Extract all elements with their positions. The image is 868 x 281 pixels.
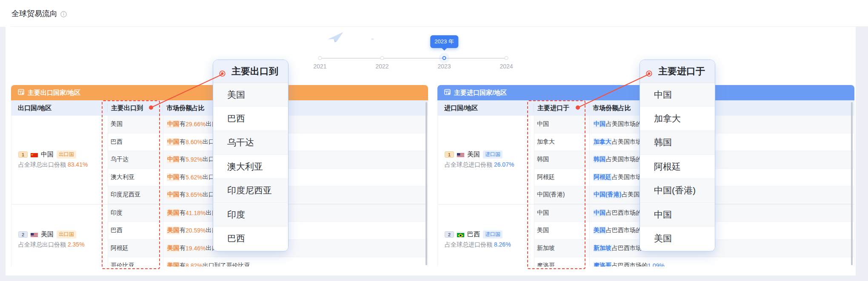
share-cell: 中国有 29.66% 出口到了美国 — [163, 116, 428, 133]
country-role-tag: 出口国 — [57, 150, 76, 159]
share-cell: 美国有 41.18% 出口到了印度 — [163, 204, 428, 222]
country-role-tag: 进口国 — [483, 150, 503, 159]
country-name: 美国 — [467, 150, 480, 159]
rank-badge: 1 — [18, 151, 28, 158]
share-percent: 20.59% — [186, 227, 206, 234]
popup-list-item: 美国 — [640, 227, 715, 250]
info-icon[interactable] — [60, 11, 67, 17]
year-slider-tooltip: 2023 年 — [430, 35, 458, 48]
country-cell: 1 中国 出口国 占全球总出口份额 83.41% — [11, 116, 108, 204]
year-slider-stop-2021[interactable] — [318, 56, 322, 60]
global-share-value: 2.35% — [68, 241, 85, 248]
share-cell: 中国占巴西市场的 — [589, 204, 854, 222]
country-name: 中国 — [41, 150, 54, 159]
country-line: 2 美国 出口国 — [18, 230, 108, 238]
highlighted-country: 阿根廷 — [593, 173, 612, 181]
table-icon — [18, 89, 24, 97]
rank-badge: 2 — [445, 231, 454, 238]
export-popup-title: 主要出口到 — [231, 65, 278, 78]
country-line: 2 巴西 进口国 — [445, 230, 534, 238]
page-background — [0, 27, 6, 281]
import-table-scrollbar[interactable] — [851, 102, 853, 265]
share-cell: 美国有 20.59% 出口到了巴西 — [163, 222, 428, 239]
year-slider-stop-2022[interactable] — [380, 56, 384, 60]
popup-list-item: 印度尼西亚 — [213, 179, 288, 203]
year-slider-stop-2023[interactable] — [443, 56, 446, 60]
highlighted-country: 中国 — [167, 156, 180, 163]
country-line: 1 美国 进口国 — [445, 150, 534, 159]
target-dot-icon — [646, 68, 652, 74]
share-cell: 美国有 19.46% 出口到了阿根廷 — [163, 240, 428, 257]
highlighted-country: 中国 — [167, 120, 180, 128]
year-label[interactable]: 2024 — [500, 63, 513, 70]
popup-list-item: 澳大利亚 — [213, 155, 288, 179]
year-label[interactable]: 2023 — [437, 63, 451, 70]
country-name: 巴西 — [467, 230, 480, 238]
country-name: 美国 — [41, 230, 54, 238]
share-percent: 3.65% — [186, 191, 203, 198]
popup-list-item: 印度 — [213, 203, 288, 227]
share-percent: 41.18% — [186, 210, 206, 216]
share-cell: 美国占巴西市场的 — [589, 222, 854, 239]
page-title-text: 全球贸易流向 — [11, 9, 57, 19]
popup-list-item: 巴西 — [213, 227, 288, 250]
country-cell: 2 美国 出口国 占全球总出口份额 2.35% — [11, 204, 108, 267]
highlighted-country: 美国 — [167, 227, 180, 234]
share-cell: 中国有 8.60% 出口到了巴西 — [163, 133, 428, 151]
column-header-share: 市场份额占比 — [163, 103, 428, 113]
export-column-highlight — [102, 100, 160, 269]
year-slider-stop-2024[interactable] — [505, 56, 508, 60]
share-percent: 8.60% — [186, 139, 203, 145]
share-cell: 中国占美国市场的 — [589, 116, 854, 133]
global-share: 占全球总进口份额 8.26% — [445, 241, 534, 249]
page-title: 全球贸易流向 — [11, 9, 67, 19]
highlighted-country: 中国 — [167, 191, 180, 199]
highlighted-country: 美国 — [593, 227, 606, 234]
highlighted-country: 美国 — [167, 262, 180, 267]
global-share: 占全球总出口份额 83.41% — [18, 161, 108, 169]
share-percent: 8.82% — [186, 262, 203, 267]
highlighted-country: 中国 — [593, 120, 606, 128]
share-percent: 29.66% — [186, 121, 206, 128]
share-cell: 中国有 5.62% 出口到了澳大利亚 — [163, 169, 428, 186]
plane-decoration — [326, 31, 345, 44]
share-percent: 5.62% — [186, 174, 203, 181]
popup-list-item: 中国(香港) — [640, 179, 715, 203]
usa-flag-icon — [457, 152, 464, 157]
year-slider-track[interactable] — [320, 58, 506, 59]
popup-list-item: 韩国 — [640, 131, 715, 155]
export-popup-header: 主要出口到 — [213, 60, 288, 83]
country-cell: 1 美国 进口国 占全球总进口份额 26.07% — [438, 116, 534, 204]
import-popup-header: 主要进口于 — [640, 60, 715, 83]
import-column-popup: 主要进口于 中国 加拿大 韩国 阿根廷 中国(香港) 中国 美国 — [640, 60, 715, 252]
popup-list-item: 中国 — [640, 83, 715, 107]
share-cell: 中国有 3.65% 出口到了印度尼西亚 — [163, 186, 428, 204]
share-percent: 19.46% — [186, 245, 206, 252]
share-cell: 韩国占美国市场的 — [589, 151, 854, 168]
share-percent: 1.09% — [648, 262, 665, 267]
highlighted-country: 美国 — [167, 209, 180, 217]
global-share: 占全球总出口份额 2.35% — [18, 241, 108, 249]
highlighted-country: 摩洛哥 — [593, 262, 612, 267]
china-flag-icon — [31, 152, 38, 157]
share-cell: 中国有 5.92% 出口到了乌干达 — [163, 151, 428, 168]
share-percent: 5.92% — [186, 156, 203, 163]
export-table-title: 主要出口国家/地区 — [28, 89, 80, 97]
popup-list-item: 加拿大 — [640, 107, 715, 131]
target-dot-icon — [219, 68, 226, 74]
export-table-scrollbar[interactable] — [425, 102, 427, 265]
highlighted-country: 韩国 — [593, 156, 606, 163]
popup-list-item: 美国 — [213, 83, 288, 107]
divider — [11, 26, 868, 27]
table-icon — [444, 89, 451, 97]
highlighted-country: 中国 — [167, 173, 180, 181]
year-label[interactable]: 2022 — [375, 63, 388, 70]
usa-flag-icon — [31, 232, 38, 237]
share-cell: 中国(香港)占美国市场的 — [589, 186, 854, 204]
country-cell: 2 巴西 进口国 占全球总进口份额 8.26% — [438, 204, 534, 267]
global-share-value: 83.41% — [68, 161, 88, 168]
global-trade-flow-panel: 全球贸易流向 2021 2022 2023 2024 2023 年 主要出口国家… — [0, 0, 868, 281]
country-line: 1 中国 出口国 — [18, 150, 108, 159]
share-cell: 新加坡占巴西市场的 — [589, 240, 854, 257]
year-label[interactable]: 2021 — [313, 63, 326, 70]
